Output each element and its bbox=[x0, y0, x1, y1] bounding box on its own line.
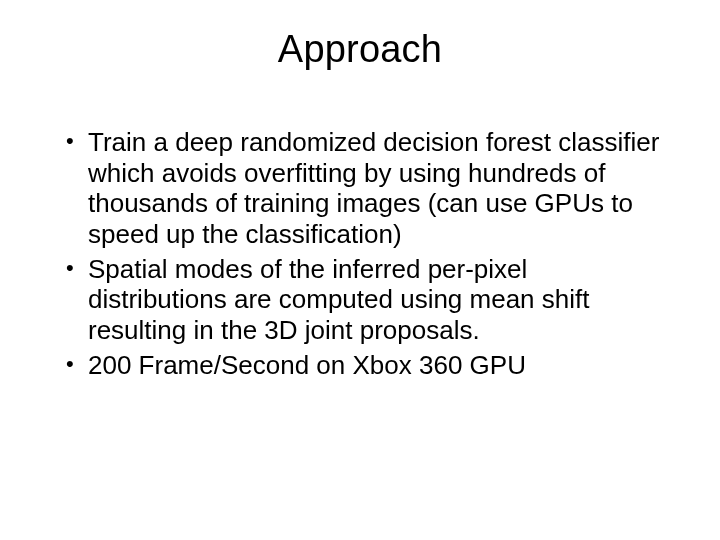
list-item: Spatial modes of the inferred per-pixel … bbox=[66, 254, 668, 346]
list-item: 200 Frame/Second on Xbox 360 GPU bbox=[66, 350, 668, 381]
slide: Approach Train a deep randomized decisio… bbox=[0, 0, 720, 540]
slide-title: Approach bbox=[48, 28, 672, 71]
bullet-list: Train a deep randomized decision forest … bbox=[48, 127, 672, 380]
list-item: Train a deep randomized decision forest … bbox=[66, 127, 668, 250]
